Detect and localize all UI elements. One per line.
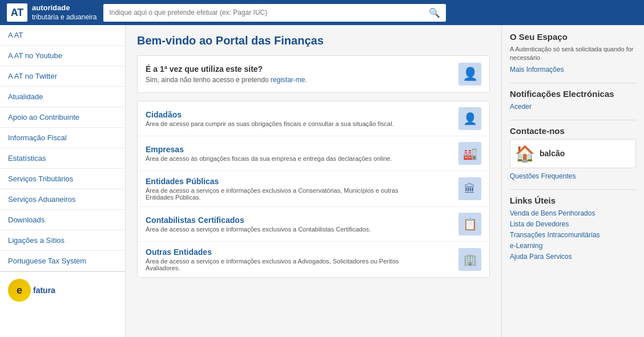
sidebar-item-ligacoes-sitios[interactable]: Ligações a Sítios bbox=[0, 230, 125, 251]
divider-1 bbox=[510, 83, 636, 83]
seu-espaco-title: O Seu Espaço bbox=[510, 32, 636, 42]
links-uteis-item-2: Transações Intracomunitárias bbox=[510, 230, 636, 239]
card-icon-3: 📋 bbox=[458, 213, 481, 236]
links-uteis-item-3: e-Learning bbox=[510, 241, 636, 250]
sidebar-item-portuguese-tax-system[interactable]: Portuguese Tax System bbox=[0, 251, 125, 271]
efatura-logo-area: e fatura bbox=[0, 271, 125, 308]
efatura-icon: e bbox=[8, 279, 31, 302]
card-desc-2: Área de acesso a serviços e informações … bbox=[146, 187, 420, 201]
card-icon-2: 🏛 bbox=[458, 177, 481, 200]
contactenos-section: Contacte-nos 🏠 balcão Questões Frequente… bbox=[510, 126, 636, 180]
card-desc-4: Área de acesso a serviços e informações … bbox=[146, 258, 420, 271]
card-desc-0: Área de acesso para cumprir as suas obri… bbox=[146, 120, 394, 127]
reg-sub-period: . bbox=[305, 76, 307, 84]
efatura-logo: e fatura bbox=[8, 279, 117, 302]
reg-sub-text: Sim, ainda não tenho acesso e pretendo bbox=[146, 76, 271, 84]
registar-link[interactable]: registar-me bbox=[271, 76, 305, 84]
notificacoes-section: Notificações Electrónicas Aceder bbox=[510, 89, 636, 111]
registration-box: É a 1ª vez que utiliza este site? Sim, a… bbox=[137, 55, 490, 93]
card-icon-1: 🏭 bbox=[458, 142, 481, 165]
card-title-0[interactable]: Cidadãos bbox=[146, 110, 394, 119]
links-uteis-title: Links Úteis bbox=[510, 196, 636, 205]
reg-title: É a 1ª vez que utiliza este site? bbox=[146, 64, 307, 74]
seu-espaco-section: O Seu Espaço A Autenticação só será soli… bbox=[510, 32, 636, 74]
divider-3 bbox=[510, 189, 636, 190]
reg-subtitle: Sim, ainda não tenho acesso e pretendo r… bbox=[146, 76, 307, 84]
links-uteis-link-3[interactable]: e-Learning bbox=[510, 242, 542, 250]
card-text-1: Empresas Área de acesso às obrigações fi… bbox=[146, 145, 392, 162]
links-uteis-link-1[interactable]: Lista de Devedores bbox=[510, 220, 569, 228]
balcao-box: 🏠 balcão bbox=[510, 139, 636, 168]
balcao-icon: 🏠 bbox=[515, 144, 535, 163]
search-button[interactable]: 🔍 bbox=[423, 4, 446, 22]
sidebar-item-apoio-contribuinte[interactable]: Apoio ao Contribuinte bbox=[0, 107, 125, 128]
links-uteis-item-4: Ajuda Para Servicos bbox=[510, 252, 636, 261]
card-icon-0: 👤 bbox=[458, 107, 481, 130]
divider-2 bbox=[510, 120, 636, 120]
logo-area: AT autoridade tributária e aduaneira bbox=[7, 3, 96, 22]
sidebar-item-a-at[interactable]: A AT bbox=[0, 25, 125, 46]
efatura-label: fatura bbox=[33, 286, 55, 295]
links-uteis-link-0[interactable]: Venda de Bens Penhorados bbox=[510, 209, 595, 217]
card-desc-3: Área de acesso a serviços e informações … bbox=[146, 226, 371, 233]
notificacoes-title: Notificações Electrónicas bbox=[510, 89, 636, 99]
card-desc-1: Área de acesso às obrigações fiscais da … bbox=[146, 155, 392, 162]
search-input[interactable] bbox=[103, 5, 423, 20]
seu-espaco-desc: A Autenticação só será solicitada quando… bbox=[510, 45, 636, 63]
reg-box-icon: 👤 bbox=[458, 63, 481, 86]
questoes-link[interactable]: Questões Frequentes bbox=[510, 172, 575, 180]
card-text-2: Entidades Públicas Área de acesso a serv… bbox=[146, 177, 420, 201]
logo-icon: AT bbox=[7, 3, 27, 22]
notificacoes-link[interactable]: Aceder bbox=[510, 103, 532, 111]
sidebar-item-downloads[interactable]: Downloads bbox=[0, 210, 125, 230]
card-title-2[interactable]: Entidades Públicas bbox=[146, 177, 420, 186]
page-title: Bem-vindo ao Portal das Finanças bbox=[137, 34, 490, 47]
links-uteis-item-1: Lista de Devedores bbox=[510, 220, 636, 228]
reg-box-text: É a 1ª vez que utiliza este site? Sim, a… bbox=[146, 64, 307, 84]
sidebar-item-servicos-aduaneiros[interactable]: Serviços Aduaneiros bbox=[0, 189, 125, 210]
links-uteis-item-0: Venda de Bens Penhorados bbox=[510, 209, 636, 217]
card-text-0: Cidadãos Área de acesso para cumprir as … bbox=[146, 110, 394, 127]
contactenos-title: Contacte-nos bbox=[510, 126, 636, 136]
seu-espaco-link[interactable]: Mais Informações bbox=[510, 66, 564, 74]
card-title-3[interactable]: Contabilistas Certificados bbox=[146, 216, 371, 225]
links-uteis-section: Links Úteis Venda de Bens PenhoradosList… bbox=[510, 196, 636, 261]
card-text-4: Outras Entidades Área de acesso a serviç… bbox=[146, 247, 420, 271]
sidebar: A ATA AT no YoutubeA AT no TwitterAtuali… bbox=[0, 25, 126, 337]
sidebar-item-estatisticas[interactable]: Estatísticas bbox=[0, 148, 125, 169]
card-item-2: Entidades Públicas Área de acesso a serv… bbox=[138, 171, 489, 207]
card-item-1: Empresas Área de acesso às obrigações fi… bbox=[138, 136, 489, 171]
card-item-0: Cidadãos Área de acesso para cumprir as … bbox=[138, 101, 489, 136]
right-panel: O Seu Espaço A Autenticação só será soli… bbox=[501, 25, 644, 337]
header: AT autoridade tributária e aduaneira 🔍 bbox=[0, 0, 644, 25]
card-icon-4: 🏢 bbox=[458, 248, 481, 271]
person-icon: 👤 bbox=[462, 67, 478, 82]
sidebar-item-a-at-twitter[interactable]: A AT no Twitter bbox=[0, 66, 125, 87]
links-uteis-link-2[interactable]: Transações Intracomunitárias bbox=[510, 231, 600, 239]
card-item-4: Outras Entidades Área de acesso a serviç… bbox=[138, 242, 489, 277]
sidebar-item-atualidade[interactable]: Atualidade bbox=[0, 87, 125, 107]
card-title-1[interactable]: Empresas bbox=[146, 145, 392, 154]
sidebar-item-a-at-youtube[interactable]: A AT no Youtube bbox=[0, 46, 125, 66]
links-uteis-link-4[interactable]: Ajuda Para Servicos bbox=[510, 253, 572, 261]
cards-container: Cidadãos Área de acesso para cumprir as … bbox=[137, 101, 490, 278]
card-item-3: Contabilistas Certificados Área de acess… bbox=[138, 207, 489, 242]
search-icon: 🔍 bbox=[429, 8, 440, 18]
sidebar-item-informacao-fiscal[interactable]: Informação Fiscal bbox=[0, 128, 125, 148]
main-content: Bem-vindo ao Portal das Finanças É a 1ª … bbox=[126, 25, 501, 337]
balcao-label: balcão bbox=[540, 149, 565, 158]
links-uteis-list: Venda de Bens PenhoradosLista de Devedor… bbox=[510, 209, 636, 261]
card-text-3: Contabilistas Certificados Área de acess… bbox=[146, 216, 371, 233]
logo-text: autoridade tributária e aduaneira bbox=[32, 3, 96, 22]
sidebar-item-servicos-tributarios[interactable]: Serviços Tributários bbox=[0, 169, 125, 189]
card-title-4[interactable]: Outras Entidades bbox=[146, 247, 420, 257]
search-bar: 🔍 bbox=[103, 4, 446, 22]
main-layout: A ATA AT no YoutubeA AT no TwitterAtuali… bbox=[0, 25, 644, 337]
